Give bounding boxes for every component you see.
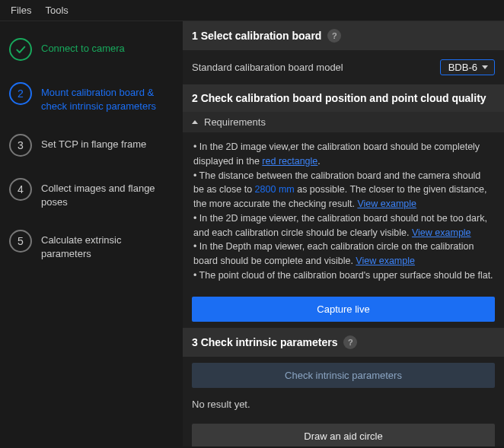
requirements-toggle[interactable]: Requirements xyxy=(183,112,504,132)
main-panel: 1 Select calibration board ? Standard ca… xyxy=(183,21,504,446)
step-calculate-extrinsic[interactable]: 5 Calculate extrinsic parameters xyxy=(9,230,174,260)
view-example-link[interactable]: View example xyxy=(412,227,471,238)
section-3-header: 3 Check intrinsic parameters ? xyxy=(183,328,504,357)
menu-files[interactable]: Files xyxy=(11,5,31,16)
section-1-header: 1 Select calibration board ? xyxy=(183,21,504,50)
step-number-icon: 4 xyxy=(9,178,32,201)
view-example-link[interactable]: View example xyxy=(357,199,416,209)
step-mount-board[interactable]: 2 Mount calibration board & check intrin… xyxy=(9,82,174,113)
step-number-icon: 3 xyxy=(9,134,32,157)
step-label: Mount calibration board & check intrinsi… xyxy=(41,82,174,113)
requirements-body: • In the 2D image view,er the calibratio… xyxy=(183,132,504,291)
section-3-title: 3 Check intrinsic parameters xyxy=(192,336,337,348)
model-select[interactable]: BDB-6 xyxy=(440,59,495,75)
check-icon xyxy=(9,38,32,61)
step-set-tcp[interactable]: 3 Set TCP in flange frame xyxy=(9,134,174,157)
step-connect-camera[interactable]: Connect to camera xyxy=(9,38,174,61)
step-label: Connect to camera xyxy=(41,38,125,56)
menubar: Files Tools xyxy=(0,0,504,21)
caret-up-icon xyxy=(192,120,198,124)
section-2-title: 2 Check calibration board position and p… xyxy=(192,92,486,104)
section-1-title: 1 Select calibration board xyxy=(192,30,321,42)
section-2-header: 2 Check calibration board position and p… xyxy=(183,84,504,112)
chevron-down-icon xyxy=(482,65,488,69)
draw-aid-circle-button[interactable]: Draw an aid circle xyxy=(192,424,495,447)
menu-tools[interactable]: Tools xyxy=(45,5,68,16)
red-rectangle-link[interactable]: red rectangle xyxy=(262,156,317,167)
step-collect-images[interactable]: 4 Collect images and flange poses xyxy=(9,178,174,208)
sidebar: Connect to camera 2 Mount calibration bo… xyxy=(0,21,183,446)
capture-live-button[interactable]: Capture live xyxy=(192,297,495,322)
help-icon[interactable]: ? xyxy=(327,29,341,43)
help-icon[interactable]: ? xyxy=(343,335,357,349)
req-text: • In the 2D image view,er the calibratio… xyxy=(193,141,480,167)
check-intrinsic-button[interactable]: Check intrinsic parameters xyxy=(192,363,495,388)
req-text: . xyxy=(317,156,320,167)
req-text: • The point cloud of the calibration boa… xyxy=(193,268,493,283)
distance-value: 2800 mm xyxy=(255,184,295,195)
req-text: • In the Depth map viewer, each calibrat… xyxy=(193,241,474,266)
step-number-icon: 5 xyxy=(9,230,32,253)
model-value: BDB-6 xyxy=(448,62,477,73)
step-label: Collect images and flange poses xyxy=(41,178,174,208)
step-label: Set TCP in flange frame xyxy=(41,134,146,151)
step-number-icon: 2 xyxy=(9,82,32,105)
intrinsic-status: No result yet. xyxy=(183,394,504,418)
step-label: Calculate extrinsic parameters xyxy=(41,230,174,260)
view-example-link[interactable]: View example xyxy=(356,256,415,266)
model-label: Standard calibaration board model xyxy=(192,62,343,73)
requirements-label: Requirements xyxy=(204,116,266,128)
